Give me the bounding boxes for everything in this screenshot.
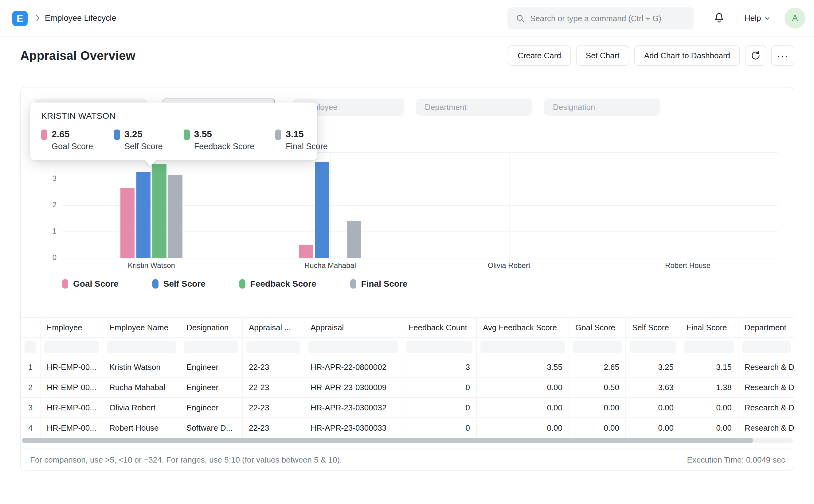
- column-header[interactable]: Department: [738, 318, 794, 337]
- column-header[interactable]: Employee Name: [103, 318, 180, 337]
- table-cell[interactable]: HR-EMP-00...: [41, 418, 103, 438]
- add-chart-to-dashboard-button[interactable]: Add Chart to Dashboard: [634, 45, 740, 66]
- column-filter-input[interactable]: [630, 341, 676, 353]
- table-cell[interactable]: Research & Dev: [738, 398, 794, 417]
- table-cell[interactable]: 0.00: [626, 398, 680, 417]
- table-cell[interactable]: 22-23: [243, 418, 304, 438]
- table-cell[interactable]: Research & Dev: [738, 357, 794, 377]
- column-header[interactable]: Employee: [41, 318, 103, 337]
- column-filter-input[interactable]: [481, 341, 565, 353]
- bar-final-score[interactable]: [347, 221, 361, 258]
- table-cell[interactable]: 0.00: [680, 418, 738, 438]
- table-cell[interactable]: 3.55: [477, 357, 569, 377]
- bar-self-score[interactable]: [136, 172, 150, 258]
- x-axis-label: Rucha Mahabal: [269, 261, 391, 270]
- table-cell[interactable]: HR-APR-23-0300032: [304, 398, 402, 417]
- horizontal-scrollbar[interactable]: [22, 438, 793, 443]
- search-input[interactable]: Search or type a command (Ctrl + G): [508, 7, 694, 29]
- column-header[interactable]: Feedback Count: [402, 318, 477, 337]
- refresh-button[interactable]: [745, 45, 766, 66]
- column-header[interactable]: [21, 318, 41, 337]
- column-header[interactable]: Goal Score: [569, 318, 626, 337]
- bar-self-score[interactable]: [315, 162, 329, 258]
- table-cell[interactable]: 22-23: [243, 357, 304, 377]
- column-filter-input[interactable]: [107, 341, 176, 353]
- table-cell[interactable]: Research & Dev: [738, 378, 794, 397]
- column-filter-input[interactable]: [573, 341, 622, 353]
- table-cell[interactable]: Olivia Robert: [103, 398, 180, 417]
- scrollbar-thumb[interactable]: [22, 438, 753, 443]
- table-cell[interactable]: 0.00: [569, 398, 626, 417]
- table-cell[interactable]: HR-EMP-00...: [41, 398, 103, 417]
- bar-feedback-score[interactable]: [152, 164, 166, 258]
- table-cell[interactable]: Research & Dev: [738, 418, 794, 438]
- filter-input-department[interactable]: Department: [416, 99, 532, 116]
- bar-goal-score[interactable]: [120, 188, 134, 258]
- column-header[interactable]: Avg Feedback Score: [477, 318, 569, 337]
- table-cell[interactable]: 2.65: [569, 357, 626, 377]
- app-logo-icon[interactable]: E: [12, 11, 28, 26]
- notifications-bell-icon[interactable]: [713, 12, 726, 25]
- table-cell[interactable]: 0.00: [626, 418, 680, 438]
- column-filter-input[interactable]: [308, 341, 398, 353]
- table-cell[interactable]: 22-23: [243, 398, 304, 417]
- table-cell[interactable]: Engineer: [180, 398, 243, 417]
- legend-item: Final Score: [350, 279, 408, 289]
- column-filter-input[interactable]: [44, 341, 99, 353]
- column-filter-input[interactable]: [406, 341, 473, 353]
- table-cell[interactable]: Software D...: [180, 418, 243, 438]
- table-cell[interactable]: 22-23: [243, 378, 304, 397]
- table-cell[interactable]: 2: [21, 378, 41, 397]
- table-cell[interactable]: 4: [21, 418, 41, 438]
- table-cell[interactable]: 0.00: [477, 378, 569, 397]
- column-filter-input[interactable]: [25, 341, 36, 353]
- table-cell[interactable]: HR-EMP-00...: [41, 357, 103, 377]
- table-cell[interactable]: 0.00: [680, 398, 738, 417]
- table-cell[interactable]: 3.15: [680, 357, 738, 377]
- breadcrumb[interactable]: Employee Lifecycle: [45, 14, 116, 23]
- column-header[interactable]: Final Score: [680, 318, 738, 337]
- create-card-button[interactable]: Create Card: [508, 45, 571, 66]
- table-cell[interactable]: 0.50: [569, 378, 626, 397]
- filter-cell: [738, 338, 794, 357]
- bar-final-score[interactable]: [168, 175, 182, 258]
- column-header[interactable]: Appraisal: [304, 318, 402, 337]
- table-cell[interactable]: Kristin Watson: [103, 357, 180, 377]
- table-cell[interactable]: HR-EMP-00...: [41, 378, 103, 397]
- column-header[interactable]: Designation: [180, 318, 243, 337]
- table-cell[interactable]: 3: [402, 357, 477, 377]
- bar-goal-score[interactable]: [299, 245, 313, 258]
- column-filter-input[interactable]: [742, 341, 791, 353]
- table-cell[interactable]: 1.38: [680, 378, 738, 397]
- filter-input-designation[interactable]: Designation: [544, 99, 660, 116]
- table-cell[interactable]: 0: [402, 418, 477, 438]
- table-cell[interactable]: HR-APR-23-0300009: [304, 378, 402, 397]
- avatar[interactable]: A: [785, 8, 805, 29]
- legend-item: Goal Score: [62, 279, 119, 289]
- help-menu[interactable]: Help: [745, 14, 771, 23]
- column-header[interactable]: Self Score: [626, 318, 680, 337]
- table-cell[interactable]: 0.00: [477, 398, 569, 417]
- table-cell[interactable]: Robert House: [103, 418, 180, 438]
- column-header[interactable]: Appraisal ...: [243, 318, 304, 337]
- table-cell[interactable]: 1: [21, 357, 41, 377]
- y-tick-label: 0: [39, 253, 56, 262]
- chart-tooltip: KRISTIN WATSON 2.65Goal Score3.25Self Sc…: [30, 103, 317, 160]
- table-cell[interactable]: 0.00: [477, 418, 569, 438]
- table-cell[interactable]: HR-APR-22-0800002: [304, 357, 402, 377]
- table-cell[interactable]: 0: [402, 378, 477, 397]
- column-filter-input[interactable]: [184, 341, 238, 353]
- table-cell[interactable]: 3.25: [626, 357, 680, 377]
- column-filter-input[interactable]: [684, 341, 734, 353]
- table-cell[interactable]: 3: [21, 398, 41, 417]
- table-cell[interactable]: Engineer: [180, 378, 243, 397]
- set-chart-button[interactable]: Set Chart: [576, 45, 629, 66]
- table-cell[interactable]: HR-APR-23-0300033: [304, 418, 402, 438]
- table-cell[interactable]: 0.00: [569, 418, 626, 438]
- table-cell[interactable]: Rucha Mahabal: [103, 378, 180, 397]
- column-filter-input[interactable]: [246, 341, 300, 353]
- table-cell[interactable]: 0: [402, 398, 477, 417]
- table-cell[interactable]: 3.63: [626, 378, 680, 397]
- more-menu-button[interactable]: ···: [771, 45, 794, 66]
- table-cell[interactable]: Engineer: [180, 357, 243, 377]
